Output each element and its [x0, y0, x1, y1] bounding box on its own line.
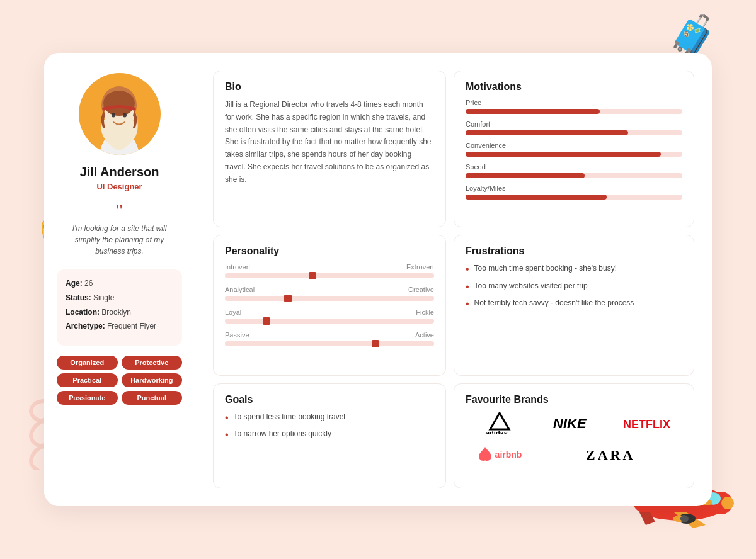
status-value: Single [93, 293, 114, 302]
bio-title: Bio [225, 81, 434, 93]
tags-grid: Organized Protective Practical Hardworki… [57, 356, 182, 405]
tag-organized: Organized [57, 356, 118, 370]
age-value: 26 [84, 279, 93, 288]
brand-airbnb: airbnb [478, 446, 522, 463]
svg-text:adidas: adidas [486, 429, 508, 434]
svg-point-14 [123, 113, 127, 118]
tag-passionate: Passionate [57, 391, 118, 405]
goals-title: Goals [225, 394, 434, 405]
slider-introvert-extrovert: Introvert Extrovert [225, 263, 434, 278]
svg-text:ZARA: ZARA [586, 447, 635, 463]
motivation-price: Price [466, 99, 682, 114]
brand-nike: NIKE [552, 412, 596, 436]
frustration-2: • Too many websites visited per trip [466, 281, 682, 293]
status-row: Status: Single [66, 293, 173, 303]
svg-marker-15 [490, 413, 509, 429]
avatar-illustration [83, 82, 156, 155]
brand-zara: ZARA [583, 443, 639, 467]
bio-section: Bio Jill is a Regional Director who trav… [213, 71, 446, 227]
frustration-1: • Too much time spent booking - she's bu… [466, 263, 682, 275]
frustrations-section: Frustrations • Too much time spent booki… [454, 235, 694, 375]
tag-protective: Protective [122, 356, 183, 370]
main-card: Jill Anderson UI Designer " I'm looking … [44, 53, 712, 506]
goal-2: • To narrow her options quickly [225, 429, 434, 441]
slider-passive-active: Passive Active [225, 331, 434, 346]
frustrations-title: Frustrations [466, 246, 682, 257]
slider-analytical-creative: Analytical Creative [225, 286, 434, 301]
brand-netflix: NETFLIX [623, 412, 673, 436]
personality-section: Personality Introvert Extrovert Analytic… [213, 235, 446, 375]
user-name: Jill Anderson [80, 165, 159, 179]
personality-title: Personality [225, 246, 434, 257]
user-quote: I'm looking for a site that will simplif… [57, 223, 182, 257]
archetype-value: Frequent Flyer [107, 322, 156, 330]
location-row: Location: Brooklyn [66, 307, 173, 318]
motivations-section: Motivations Price Comfort Convenience Sp… [454, 71, 694, 227]
svg-text:NETFLIX: NETFLIX [623, 418, 670, 431]
tag-hardworking: Hardworking [122, 373, 183, 387]
quote-mark: " [116, 201, 123, 219]
motivation-loyalty: Loyalty/Miles [466, 184, 682, 200]
tag-punctual: Punctual [122, 391, 183, 405]
bio-text: Jill is a Regional Director who travels … [225, 99, 434, 186]
goals-section: Goals • To spend less time booking trave… [213, 383, 446, 488]
brand-adidas: adidas [483, 412, 517, 436]
motivation-speed: Speed [466, 163, 682, 178]
slider-loyal-fickle: Loyal Fickle [225, 308, 434, 324]
brands-grid: adidas NIKE NETFLIX [466, 412, 682, 467]
age-row: Age: 26 [66, 278, 173, 289]
avatar [79, 73, 161, 155]
svg-point-8 [674, 516, 680, 522]
user-role: UI Designer [96, 182, 142, 191]
archetype-row: Archetype: Frequent Flyer [66, 321, 173, 332]
tag-practical: Practical [57, 373, 118, 387]
svg-point-2 [721, 497, 734, 509]
frustration-3: • Not terribly tech savvy - doesn't like… [466, 298, 682, 310]
svg-text:NIKE: NIKE [553, 415, 587, 431]
goal-1: • To spend less time booking travel [225, 412, 434, 424]
location-value: Brooklyn [101, 308, 131, 317]
left-panel: Jill Anderson UI Designer " I'm looking … [44, 53, 195, 506]
brands-title: Favourite Brands [466, 394, 682, 405]
svg-point-13 [112, 113, 115, 118]
info-box: Age: 26 Status: Single Location: Brookly… [57, 269, 182, 346]
motivations-title: Motivations [466, 81, 682, 93]
right-content: Bio Jill is a Regional Director who trav… [195, 53, 712, 506]
motivation-convenience: Convenience [466, 142, 682, 157]
motivation-comfort: Comfort [466, 120, 682, 135]
brands-section: Favourite Brands adidas NIKE [454, 383, 694, 488]
